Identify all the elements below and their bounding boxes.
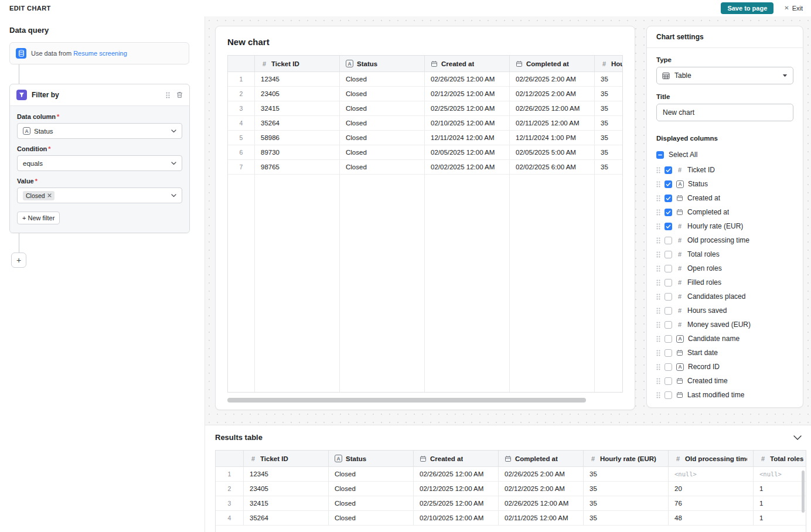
chart-title-input[interactable] (656, 104, 793, 121)
table-row: 112345Closed02/26/2025 12:00 AM02/26/202… (228, 72, 622, 87)
drag-handle-icon[interactable] (656, 294, 660, 300)
checked-checkbox[interactable] (665, 166, 672, 174)
displayed-column-item[interactable]: ARecord ID (656, 360, 793, 374)
table-cell: 1 (754, 511, 806, 526)
data-source-card[interactable]: Use data from Resume screening (9, 42, 189, 64)
drag-handle-icon[interactable] (656, 322, 660, 328)
data-column-select[interactable]: A Status (17, 123, 182, 139)
column-header: #Hourly rate (EUR) (595, 56, 623, 72)
displayed-column-item[interactable]: Created at (656, 191, 793, 205)
column-header-label: Completed at (526, 60, 569, 67)
displayed-column-item[interactable]: #Money saved (EUR) (656, 318, 793, 332)
remove-tag-icon[interactable] (47, 193, 52, 197)
date-field-icon (431, 60, 438, 67)
column-header: #Ticket ID (255, 56, 340, 72)
unchecked-checkbox[interactable] (665, 335, 672, 343)
add-step-button[interactable]: + (11, 253, 26, 268)
displayed-column-item[interactable]: #Hours saved (656, 303, 793, 318)
displayed-column-item[interactable]: AStatus (656, 177, 793, 191)
drag-handle-icon[interactable] (656, 364, 660, 370)
unchecked-checkbox[interactable] (665, 377, 672, 385)
drag-handle-icon[interactable] (656, 378, 660, 384)
delete-filter-icon[interactable] (176, 91, 183, 98)
filter-step-title: Filter by (32, 91, 59, 99)
displayed-column-item[interactable]: #Hourly rate (EUR) (656, 219, 793, 233)
displayed-column-item[interactable]: #Candidates placed (656, 289, 793, 303)
empty-cell (255, 380, 340, 393)
source-link[interactable]: Resume screening (73, 50, 127, 57)
drag-handle-icon[interactable] (656, 237, 660, 244)
displayed-column-item[interactable]: #Total roles (656, 247, 793, 261)
collapse-results-chevron-icon[interactable] (793, 435, 802, 440)
horizontal-scrollbar[interactable] (227, 398, 586, 403)
value-select[interactable]: Closed (17, 187, 182, 203)
drag-handle-icon[interactable] (656, 209, 660, 216)
checked-checkbox[interactable] (665, 209, 672, 216)
drag-handle-icon[interactable] (656, 251, 660, 258)
drag-handle-icon[interactable] (656, 279, 660, 286)
condition-select[interactable]: equals (17, 155, 182, 171)
empty-cell (425, 292, 510, 306)
new-filter-button[interactable]: + New filter (17, 212, 60, 224)
table-cell: 02/12/2025 2:00 AM (510, 87, 595, 101)
table-cell: 32415 (244, 496, 329, 511)
table-cell: 1 (754, 496, 806, 511)
unchecked-checkbox[interactable] (665, 265, 672, 272)
empty-cell (340, 233, 425, 248)
value-tag[interactable]: Closed (23, 191, 54, 200)
row-number-cell: 3 (228, 101, 255, 116)
number-field-icon: # (676, 251, 683, 258)
unchecked-checkbox[interactable] (665, 391, 672, 399)
text-field-icon: A (676, 335, 684, 343)
checked-checkbox[interactable] (665, 180, 672, 188)
unchecked-checkbox[interactable] (665, 279, 672, 287)
drag-handle-icon[interactable] (656, 223, 660, 230)
drag-handle-icon[interactable] (166, 92, 170, 98)
unchecked-checkbox[interactable] (665, 363, 672, 371)
displayed-column-item[interactable]: #Filled roles (656, 275, 793, 289)
drag-handle-icon[interactable] (656, 350, 660, 356)
displayed-column-item[interactable]: Last modified time (656, 388, 793, 402)
displayed-column-item[interactable]: Completed at (656, 205, 793, 219)
empty-row (228, 204, 622, 219)
connector-line (19, 64, 19, 84)
drag-handle-icon[interactable] (656, 392, 660, 398)
select-all-row[interactable]: Select All (656, 148, 793, 162)
save-to-page-button[interactable]: Save to page (721, 2, 773, 14)
row-number-cell (228, 321, 255, 336)
table-row: 223405Closed02/12/2025 12:00 AM02/12/202… (228, 87, 622, 101)
drag-handle-icon[interactable] (656, 181, 660, 187)
displayed-column-item[interactable]: #Ticket ID (656, 163, 793, 177)
drag-handle-icon[interactable] (656, 167, 660, 173)
row-number-cell (228, 219, 255, 233)
drag-handle-icon[interactable] (656, 336, 660, 342)
unchecked-checkbox[interactable] (665, 321, 672, 329)
unchecked-checkbox[interactable] (665, 251, 672, 258)
drag-handle-icon[interactable] (656, 195, 660, 202)
exit-button[interactable]: ✕ Exit (784, 5, 803, 12)
row-number-cell (228, 336, 255, 350)
drag-handle-icon[interactable] (656, 308, 660, 314)
displayed-column-item[interactable]: Start date (656, 346, 793, 360)
table-cell: 02/12/2025 12:00 AM (414, 482, 499, 496)
required-marker: * (35, 178, 38, 185)
displayed-column-item[interactable]: #Old processing time (656, 233, 793, 247)
vertical-scrollbar[interactable] (802, 470, 805, 513)
displayed-column-item[interactable]: Created time (656, 374, 793, 388)
empty-cell (255, 365, 340, 380)
unchecked-checkbox[interactable] (665, 307, 672, 315)
checked-checkbox[interactable] (665, 223, 672, 230)
empty-cell (255, 248, 340, 262)
drag-handle-icon[interactable] (656, 265, 660, 272)
data-query-sidebar: Data query Use data from Resume screenin… (0, 16, 205, 532)
displayed-column-item[interactable]: #Open roles (656, 261, 793, 275)
unchecked-checkbox[interactable] (665, 349, 672, 357)
unchecked-checkbox[interactable] (665, 237, 672, 244)
checked-checkbox[interactable] (665, 195, 672, 202)
chart-type-select[interactable]: Table (656, 67, 793, 84)
displayed-column-item[interactable]: ACandidate name (656, 332, 793, 346)
unchecked-checkbox[interactable] (665, 293, 672, 301)
chevron-down-icon (171, 129, 176, 133)
empty-row (228, 233, 622, 248)
select-all-checkbox[interactable] (656, 151, 664, 159)
